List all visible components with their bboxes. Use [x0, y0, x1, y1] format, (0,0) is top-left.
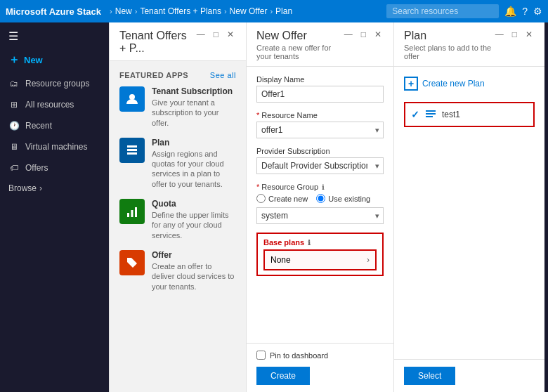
- plan-panel-title: Plan: [404, 30, 493, 42]
- svg-point-7: [129, 259, 131, 261]
- radio-create-new[interactable]: Create new: [256, 194, 308, 203]
- display-name-input[interactable]: [256, 86, 384, 103]
- breadcrumb-new[interactable]: New: [115, 6, 132, 16]
- select-button[interactable]: Select: [404, 367, 455, 385]
- sidebar-browse[interactable]: Browse ›: [0, 178, 109, 198]
- plus-icon: ＋: [8, 53, 20, 67]
- provider-subscription-select[interactable]: Default Provider Subscription: [256, 157, 384, 174]
- plan-maximize-btn[interactable]: □: [510, 30, 519, 39]
- resource-name-select[interactable]: offer1: [256, 122, 384, 138]
- featured-item-subscription[interactable]: Tenant Subscription Give your tenant a s…: [119, 86, 236, 128]
- radio-use-existing-label: Use existing: [328, 195, 370, 203]
- sidebar-item-resource-groups[interactable]: 🗂 Resource groups: [0, 73, 109, 94]
- offer-item-text: Offer Create an offer to deliver cloud s…: [152, 250, 236, 292]
- breadcrumb-new-offer[interactable]: New Offer: [230, 6, 268, 16]
- featured-item-quota[interactable]: Quota Define the upper limits for any of…: [119, 199, 236, 240]
- plan-name: Plan: [152, 138, 236, 148]
- create-button[interactable]: Create: [256, 367, 310, 385]
- radio-create-new-input[interactable]: [256, 194, 266, 203]
- quota-item-text: Quota Define the upper limits for any of…: [152, 199, 236, 240]
- top-bar: Microsoft Azure Stack › New › Tenant Off…: [0, 0, 548, 22]
- resource-groups-icon: 🗂: [8, 78, 20, 89]
- plan-minimize-btn[interactable]: —: [493, 30, 506, 39]
- sidebar-item-recent-label: Recent: [25, 121, 52, 131]
- browse-chevron-icon: ›: [39, 183, 42, 193]
- settings-icon[interactable]: ⚙: [533, 6, 542, 17]
- offer-icon: [119, 250, 145, 275]
- offer-name: Offer: [152, 250, 236, 260]
- svg-rect-10: [426, 116, 433, 117]
- see-all-link[interactable]: See all: [210, 71, 236, 79]
- base-plans-inner: Base plans ℹ None ›: [258, 234, 382, 275]
- breadcrumb-chevron-1: ›: [110, 7, 112, 15]
- radio-create-new-label: Create new: [268, 195, 308, 203]
- pin-dashboard-checkbox[interactable]: [256, 351, 266, 360]
- resource-group-radio-group: Create new Use existing: [256, 194, 384, 203]
- breadcrumb-chevron-4: ›: [270, 7, 273, 15]
- resource-name-group: Resource Name offer1: [256, 111, 384, 138]
- display-name-group: Display Name: [256, 75, 384, 103]
- plan-panel-controls: — □ ✕: [493, 30, 535, 39]
- new-offer-minimize-btn[interactable]: —: [342, 30, 355, 39]
- top-bar-icons: 🔔 ? ⚙: [504, 6, 542, 17]
- plan-item-text: Plan Assign regions and quotas for your …: [152, 138, 236, 189]
- featured-panel-header: Tenant Offers + P... — □ ✕: [110, 22, 246, 61]
- offer-desc: Create an offer to deliver cloud service…: [152, 261, 236, 292]
- breadcrumb-chevron-2: ›: [135, 7, 138, 15]
- sidebar-item-recent[interactable]: 🕐 Recent: [0, 115, 109, 136]
- svg-rect-5: [131, 210, 133, 217]
- featured-panel: Tenant Offers + P... — □ ✕ FEATURED APPS…: [109, 22, 246, 392]
- sidebar-item-all-resources-label: All resources: [25, 100, 74, 110]
- svg-rect-9: [426, 113, 436, 115]
- add-plan-label: Create new Plan: [422, 79, 485, 89]
- featured-item-plan[interactable]: Plan Assign regions and quotas for your …: [119, 138, 236, 189]
- search-input[interactable]: [386, 4, 499, 18]
- app-logo: Microsoft Azure Stack: [6, 6, 101, 17]
- base-plans-selector[interactable]: None ›: [263, 249, 377, 270]
- subscription-name: Tenant Subscription: [152, 86, 236, 96]
- provider-subscription-label: Provider Subscription: [256, 147, 384, 155]
- subscription-desc: Give your tenant a subscription to your …: [152, 98, 236, 128]
- new-offer-close-btn[interactable]: ✕: [372, 30, 384, 39]
- help-icon[interactable]: ?: [522, 6, 528, 17]
- radio-use-existing-input[interactable]: [316, 194, 325, 203]
- plan-item-check-icon: ✓: [411, 109, 419, 120]
- pin-dashboard-group: Pin to dashboard: [256, 351, 384, 360]
- featured-section-header: FEATURED APPS See all: [119, 71, 236, 79]
- sidebar-new-button[interactable]: ＋ New: [0, 47, 109, 73]
- plan-desc: Assign regions and quotas for your cloud…: [152, 149, 236, 189]
- panels-container: Tenant Offers + P... — □ ✕ FEATURED APPS…: [109, 22, 548, 392]
- svg-rect-4: [127, 213, 129, 217]
- plan-close-btn[interactable]: ✕: [523, 30, 535, 39]
- add-plan-button[interactable]: + Create new Plan: [404, 74, 535, 93]
- plan-footer: Select: [394, 359, 544, 392]
- featured-close-btn[interactable]: ✕: [225, 30, 236, 39]
- sidebar-item-all-resources[interactable]: ⊞ All resources: [0, 94, 109, 115]
- base-plans-info-icon: ℹ: [308, 239, 311, 247]
- featured-item-offer[interactable]: Offer Create an offer to deliver cloud s…: [119, 250, 236, 292]
- sidebar-item-resource-groups-label: Resource groups: [25, 79, 89, 89]
- sidebar-item-offers[interactable]: 🏷 Offers: [0, 157, 109, 178]
- hamburger-menu[interactable]: ☰: [0, 25, 109, 47]
- sidebar-item-virtual-machines[interactable]: 🖥 Virtual machines: [0, 136, 109, 157]
- radio-use-existing[interactable]: Use existing: [316, 194, 370, 203]
- sidebar-new-label: New: [24, 55, 43, 65]
- featured-panel-content: FEATURED APPS See all Tenant Subscriptio…: [110, 61, 246, 392]
- featured-panel-title: Tenant Offers + P...: [119, 30, 195, 55]
- base-plans-form-group: Base plans ℹ None ›: [256, 233, 384, 276]
- new-offer-panel: New Offer Create a new offer for your te…: [246, 22, 393, 392]
- featured-minimize-btn[interactable]: —: [195, 30, 207, 39]
- plan-item-test1[interactable]: ✓ test1: [404, 102, 535, 127]
- resource-group-select[interactable]: system: [256, 207, 384, 224]
- notification-icon[interactable]: 🔔: [504, 6, 516, 17]
- breadcrumb-chevron-3: ›: [224, 7, 227, 15]
- new-offer-maximize-btn[interactable]: □: [359, 30, 368, 39]
- breadcrumb-tenant-offers[interactable]: Tenant Offers + Plans: [140, 6, 221, 16]
- plan-panel-subtitle: Select plans to add to the offer: [404, 44, 493, 60]
- resource-group-form-group: Resource Group ℹ Create new Use existing: [256, 183, 384, 224]
- featured-maximize-btn[interactable]: □: [211, 30, 221, 39]
- resource-group-info-icon: ℹ: [322, 183, 325, 191]
- quota-desc: Define the upper limits for any of your …: [152, 210, 236, 240]
- breadcrumb-plan[interactable]: Plan: [275, 6, 292, 16]
- provider-select-wrapper: Default Provider Subscription: [256, 157, 384, 174]
